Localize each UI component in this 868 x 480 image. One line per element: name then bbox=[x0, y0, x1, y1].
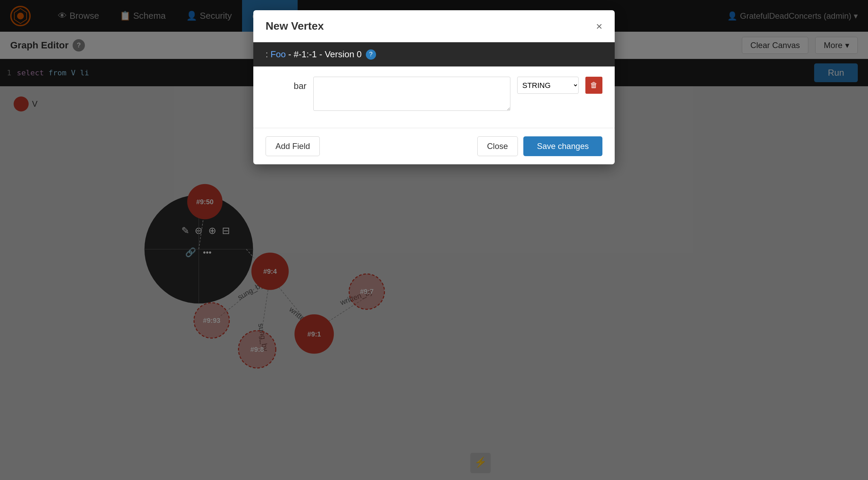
field-type-select[interactable]: STRING INTEGER FLOAT BOOLEAN DATE LINK bbox=[517, 77, 579, 94]
field-area: bar STRING INTEGER FLOAT BOOLEAN DATE LI… bbox=[253, 66, 615, 128]
modal-footer: Add Field Close Save changes bbox=[253, 128, 615, 164]
vertex-info: : Foo - #-1:-1 - Version 0 bbox=[266, 49, 362, 60]
vertex-help-icon[interactable]: ? bbox=[366, 49, 376, 60]
field-label: bar bbox=[266, 77, 306, 91]
modal-close-button[interactable]: × bbox=[596, 21, 602, 32]
modal-header: New Vertex × bbox=[253, 10, 615, 42]
vertex-class-name: Foo bbox=[270, 49, 286, 59]
vertex-id: - #-1:-1 - Version 0 bbox=[288, 49, 362, 59]
field-row: bar STRING INTEGER FLOAT BOOLEAN DATE LI… bbox=[266, 77, 602, 111]
modal-body: : Foo - #-1:-1 - Version 0 ? bar STRING … bbox=[253, 42, 615, 128]
modal-overlay: New Vertex × : Foo - #-1:-1 - Version 0 … bbox=[0, 0, 868, 480]
vertex-header: : Foo - #-1:-1 - Version 0 ? bbox=[253, 42, 615, 66]
new-vertex-modal: New Vertex × : Foo - #-1:-1 - Version 0 … bbox=[253, 10, 615, 164]
vertex-class: : bbox=[266, 49, 270, 59]
modal-title: New Vertex bbox=[266, 20, 324, 32]
footer-buttons: Close Save changes bbox=[477, 136, 602, 156]
field-delete-button[interactable]: 🗑 bbox=[585, 77, 602, 94]
save-changes-button[interactable]: Save changes bbox=[523, 136, 602, 156]
close-button[interactable]: Close bbox=[477, 136, 518, 156]
add-field-button[interactable]: Add Field bbox=[266, 136, 320, 156]
field-value-input[interactable] bbox=[313, 77, 510, 111]
trash-icon: 🗑 bbox=[590, 81, 598, 90]
